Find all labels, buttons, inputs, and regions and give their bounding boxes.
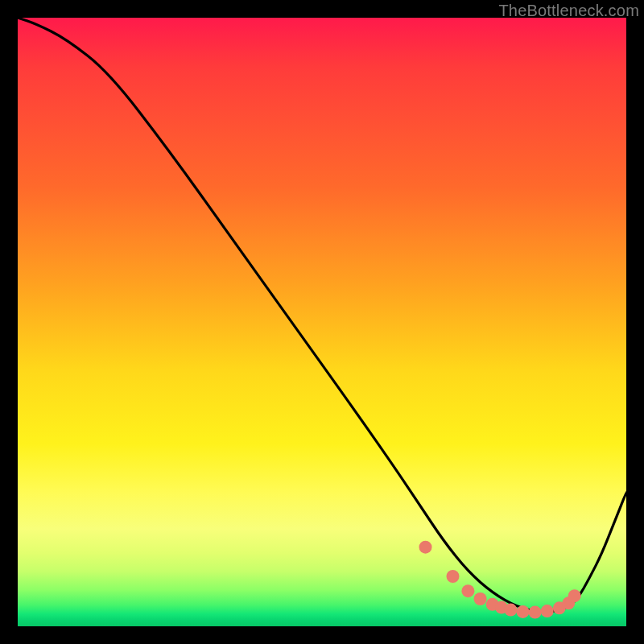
marker-dot [568,589,581,602]
marker-dot [474,592,487,605]
marker-dot [529,606,542,619]
marker-dot [517,605,530,618]
marker-dot [461,584,474,597]
marker-dot [447,570,460,583]
marker-dot [541,605,554,617]
chart-frame: TheBottleneck.com [0,0,644,644]
marker-dot [419,541,432,554]
bottleneck-curve [18,18,626,612]
chart-svg [18,18,626,626]
marker-dots [419,541,581,619]
marker-dot [504,604,517,617]
watermark-text: TheBottleneck.com [498,2,639,20]
